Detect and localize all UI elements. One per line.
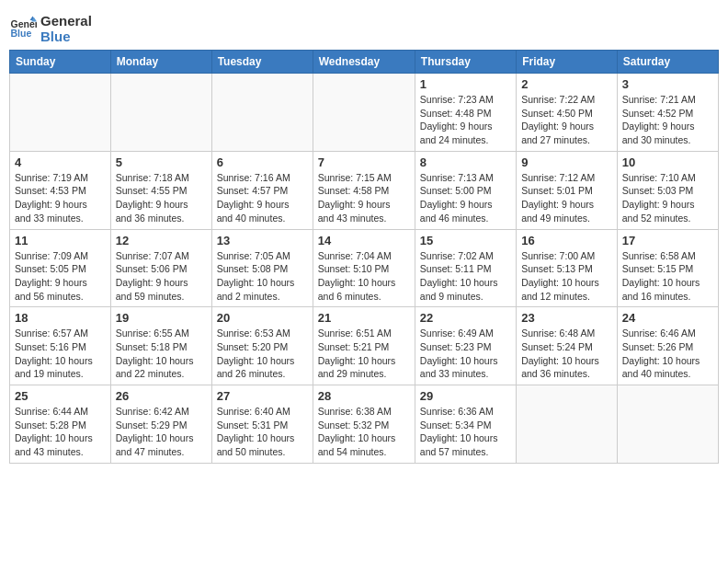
day-info: Sunrise: 7:07 AM Sunset: 5:06 PM Dayligh… [116,249,207,304]
calendar-cell: 21Sunrise: 6:51 AM Sunset: 5:21 PM Dayli… [313,307,415,385]
calendar-cell: 18Sunrise: 6:57 AM Sunset: 5:16 PM Dayli… [10,307,111,385]
day-info: Sunrise: 7:02 AM Sunset: 5:11 PM Dayligh… [420,249,511,304]
calendar-cell: 24Sunrise: 6:46 AM Sunset: 5:26 PM Dayli… [617,307,718,385]
day-info: Sunrise: 6:40 AM Sunset: 5:31 PM Dayligh… [217,405,308,459]
day-number: 11 [15,234,106,247]
day-info: Sunrise: 7:23 AM Sunset: 4:48 PM Dayligh… [420,93,511,147]
day-number: 20 [217,311,308,325]
weekday-header-friday: Friday [517,51,618,74]
day-number: 17 [622,234,713,247]
day-info: Sunrise: 7:16 AM Sunset: 4:57 PM Dayligh… [217,171,308,225]
calendar-cell [10,74,111,152]
day-number: 9 [521,155,612,169]
day-info: Sunrise: 6:42 AM Sunset: 5:29 PM Dayligh… [116,405,207,459]
day-info: Sunrise: 6:44 AM Sunset: 5:28 PM Dayligh… [15,405,106,459]
calendar-cell: 29Sunrise: 6:36 AM Sunset: 5:34 PM Dayli… [415,385,516,464]
day-number: 24 [622,311,713,325]
calendar-cell: 15Sunrise: 7:02 AM Sunset: 5:11 PM Dayli… [415,229,516,307]
logo-blue: Blue [40,29,92,44]
week-row-3: 11Sunrise: 7:09 AM Sunset: 5:05 PM Dayli… [10,229,719,307]
day-number: 10 [622,155,713,169]
day-number: 5 [116,155,207,169]
day-number: 28 [318,389,410,403]
calendar-cell: 3Sunrise: 7:21 AM Sunset: 4:52 PM Daylig… [617,74,718,152]
calendar-cell: 5Sunrise: 7:18 AM Sunset: 4:55 PM Daylig… [110,151,211,229]
calendar-cell [517,385,618,464]
day-number: 14 [318,234,410,247]
calendar-cell: 26Sunrise: 6:42 AM Sunset: 5:29 PM Dayli… [110,385,211,464]
day-number: 1 [420,77,511,91]
logo-general: General [40,13,92,29]
day-number: 19 [116,311,207,325]
weekday-header-saturday: Saturday [617,51,718,74]
day-number: 8 [420,155,511,169]
day-info: Sunrise: 7:13 AM Sunset: 5:00 PM Dayligh… [420,171,511,225]
calendar-cell: 4Sunrise: 7:19 AM Sunset: 4:53 PM Daylig… [10,151,111,229]
day-info: Sunrise: 6:48 AM Sunset: 5:24 PM Dayligh… [521,327,612,381]
day-number: 7 [318,155,410,169]
day-info: Sunrise: 6:38 AM Sunset: 5:32 PM Dayligh… [318,405,410,459]
day-info: Sunrise: 7:05 AM Sunset: 5:08 PM Dayligh… [217,249,308,304]
calendar-cell [313,74,415,152]
calendar-cell: 6Sunrise: 7:16 AM Sunset: 4:57 PM Daylig… [211,151,313,229]
calendar-cell [211,74,313,152]
calendar-cell: 23Sunrise: 6:48 AM Sunset: 5:24 PM Dayli… [517,307,618,385]
day-number: 26 [116,389,207,403]
calendar-cell: 28Sunrise: 6:38 AM Sunset: 5:32 PM Dayli… [313,385,415,464]
day-number: 29 [420,389,511,403]
weekday-header-tuesday: Tuesday [211,51,313,74]
week-row-5: 25Sunrise: 6:44 AM Sunset: 5:28 PM Dayli… [10,385,719,464]
svg-text:Blue: Blue [11,28,32,39]
calendar-cell: 12Sunrise: 7:07 AM Sunset: 5:06 PM Dayli… [110,229,211,307]
calendar-cell: 9Sunrise: 7:12 AM Sunset: 5:01 PM Daylig… [517,151,618,229]
day-info: Sunrise: 7:18 AM Sunset: 4:55 PM Dayligh… [116,171,207,225]
day-info: Sunrise: 6:51 AM Sunset: 5:21 PM Dayligh… [318,327,410,381]
day-info: Sunrise: 6:57 AM Sunset: 5:16 PM Dayligh… [15,327,106,381]
weekday-header-thursday: Thursday [415,51,516,74]
calendar-cell: 7Sunrise: 7:15 AM Sunset: 4:58 PM Daylig… [313,151,415,229]
day-number: 13 [217,234,308,247]
day-number: 23 [521,311,612,325]
calendar-cell: 17Sunrise: 6:58 AM Sunset: 5:15 PM Dayli… [617,229,718,307]
week-row-4: 18Sunrise: 6:57 AM Sunset: 5:16 PM Dayli… [10,307,719,385]
weekday-header-monday: Monday [110,51,211,74]
calendar-cell: 14Sunrise: 7:04 AM Sunset: 5:10 PM Dayli… [313,229,415,307]
day-number: 18 [15,311,106,325]
logo-icon: General Blue [9,15,37,42]
day-info: Sunrise: 7:09 AM Sunset: 5:05 PM Dayligh… [15,249,106,304]
day-number: 15 [420,234,511,247]
day-info: Sunrise: 6:49 AM Sunset: 5:23 PM Dayligh… [420,327,511,381]
calendar-cell [110,74,211,152]
day-info: Sunrise: 6:55 AM Sunset: 5:18 PM Dayligh… [116,327,207,381]
week-row-1: 1Sunrise: 7:23 AM Sunset: 4:48 PM Daylig… [10,74,719,152]
day-number: 12 [116,234,207,247]
weekday-header-row: SundayMondayTuesdayWednesdayThursdayFrid… [10,51,719,74]
calendar-cell: 27Sunrise: 6:40 AM Sunset: 5:31 PM Dayli… [211,385,313,464]
day-info: Sunrise: 6:46 AM Sunset: 5:26 PM Dayligh… [622,327,713,381]
day-info: Sunrise: 7:15 AM Sunset: 4:58 PM Dayligh… [318,171,410,225]
day-number: 3 [622,77,713,91]
logo: General Blue General Blue [9,13,92,44]
calendar-cell: 10Sunrise: 7:10 AM Sunset: 5:03 PM Dayli… [617,151,718,229]
weekday-header-wednesday: Wednesday [313,51,415,74]
calendar-cell: 1Sunrise: 7:23 AM Sunset: 4:48 PM Daylig… [415,74,516,152]
day-info: Sunrise: 7:10 AM Sunset: 5:03 PM Dayligh… [622,171,713,225]
calendar-cell: 13Sunrise: 7:05 AM Sunset: 5:08 PM Dayli… [211,229,313,307]
day-info: Sunrise: 6:53 AM Sunset: 5:20 PM Dayligh… [217,327,308,381]
calendar-cell: 11Sunrise: 7:09 AM Sunset: 5:05 PM Dayli… [10,229,111,307]
week-row-2: 4Sunrise: 7:19 AM Sunset: 4:53 PM Daylig… [10,151,719,229]
day-number: 2 [521,77,612,91]
day-info: Sunrise: 7:19 AM Sunset: 4:53 PM Dayligh… [15,171,106,225]
calendar-cell: 19Sunrise: 6:55 AM Sunset: 5:18 PM Dayli… [110,307,211,385]
header: General Blue General Blue [9,9,719,44]
calendar-cell [617,385,718,464]
calendar-cell: 25Sunrise: 6:44 AM Sunset: 5:28 PM Dayli… [10,385,111,464]
calendar-cell: 16Sunrise: 7:00 AM Sunset: 5:13 PM Dayli… [517,229,618,307]
calendar-cell: 8Sunrise: 7:13 AM Sunset: 5:00 PM Daylig… [415,151,516,229]
day-info: Sunrise: 7:22 AM Sunset: 4:50 PM Dayligh… [521,93,612,147]
calendar-cell: 2Sunrise: 7:22 AM Sunset: 4:50 PM Daylig… [517,74,618,152]
day-info: Sunrise: 7:21 AM Sunset: 4:52 PM Dayligh… [622,93,713,147]
calendar-cell: 20Sunrise: 6:53 AM Sunset: 5:20 PM Dayli… [211,307,313,385]
day-info: Sunrise: 7:04 AM Sunset: 5:10 PM Dayligh… [318,249,410,304]
calendar-cell: 22Sunrise: 6:49 AM Sunset: 5:23 PM Dayli… [415,307,516,385]
